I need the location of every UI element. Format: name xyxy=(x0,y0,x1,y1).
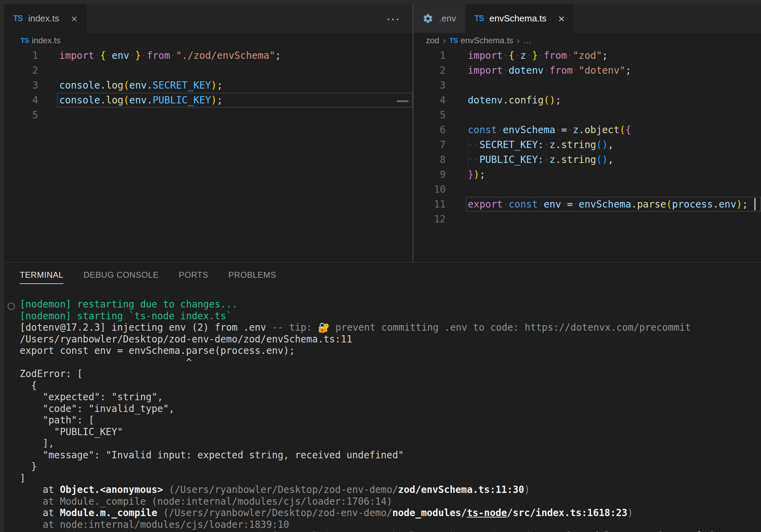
editor-actions-icon[interactable]: ··· xyxy=(386,4,400,33)
code-token: PUBLIC_KEY xyxy=(153,94,211,106)
terminal-text: at node:internal/modules/cjs/loader:1839… xyxy=(20,519,289,530)
code-text: ··PUBLIC_KEY:·z.string(), xyxy=(468,152,614,167)
code-line: 4dotenv.config(); xyxy=(413,93,761,108)
code-token: env xyxy=(129,94,147,106)
tab-envschema-ts[interactable]: TS envSchema.ts × xyxy=(465,4,574,33)
editor-groups: TS index.ts × ··· TS index.ts 1import·{·… xyxy=(4,4,761,262)
panel-tab-debug-console[interactable]: DEBUG CONSOLE xyxy=(83,270,159,284)
terminal-line: "PUBLIC_KEY" xyxy=(20,426,761,438)
code-line: 1import·{·z·}·from·"zod"; xyxy=(413,48,761,63)
line-number: 7 xyxy=(413,137,446,152)
tab-env[interactable]: .env xyxy=(413,4,465,33)
terminal-line: "path": [ xyxy=(20,414,761,426)
gear-icon xyxy=(422,13,433,24)
breadcrumb-item[interactable]: index.ts xyxy=(32,36,61,45)
vscode-window: TS index.ts × ··· TS index.ts 1import·{·… xyxy=(0,0,761,532)
code-token: SECRET_KEY xyxy=(480,139,538,150)
typescript-icon: TS xyxy=(474,14,484,23)
terminal-text: ts-node xyxy=(467,507,507,518)
code-line: 6const·envSchema·=·z.object({ xyxy=(413,122,761,137)
code-token: parse xyxy=(637,199,666,210)
terminal-text: at Object.require.extensions.<computed> … xyxy=(20,530,553,532)
line-number: 2 xyxy=(4,63,38,78)
tabbar-right: .env TS envSchema.ts × xyxy=(413,4,761,33)
code-token: } xyxy=(135,50,141,61)
terminal-text: } xyxy=(20,461,37,472)
code-token: = xyxy=(561,124,567,136)
code-token: string xyxy=(561,154,596,165)
indent-guide xyxy=(468,137,468,152)
terminal-text: ) xyxy=(627,507,633,518)
whitespace-dots: · xyxy=(573,65,579,76)
code-line: 1import·{·env·}·from·"./zod/envSchema"; xyxy=(4,48,413,63)
whitespace-dots: · xyxy=(555,124,561,136)
terminal-line: ZodError: [ xyxy=(20,368,761,380)
code-editor-index-ts[interactable]: 1import·{·env·}·from·"./zod/envSchema";2… xyxy=(4,48,413,122)
code-token: ) xyxy=(602,154,608,165)
code-token: ( xyxy=(544,94,549,106)
code-token: : xyxy=(538,154,544,165)
terminal-text: zod/envSchema.ts:11:30 xyxy=(398,484,524,495)
code-token: log xyxy=(106,80,124,91)
code-line: 2 xyxy=(4,63,413,78)
terminal-text: /Users/ryanbowler/Desktop/zod-env-demo/z… xyxy=(20,333,352,345)
whitespace-dots: · xyxy=(170,50,176,61)
code-line: 8··PUBLIC_KEY:·z.string(), xyxy=(413,152,761,167)
code-token: object xyxy=(584,124,619,136)
code-token: z xyxy=(573,124,579,136)
whitespace-dots: · xyxy=(503,65,509,76)
line-number: 11 xyxy=(413,197,446,212)
whitespace-dots: · xyxy=(141,50,147,61)
close-icon[interactable]: × xyxy=(71,13,78,24)
code-line: 10 xyxy=(413,182,761,197)
terminal-line: [dotenv@17.2.3] injecting env (2) from .… xyxy=(20,322,761,333)
code-editor-envschema-ts[interactable]: 1import·{·z·}·from·"zod";2import·dotenv·… xyxy=(413,48,761,227)
code-token: ; xyxy=(480,169,485,180)
code-text: console.log(env.SECRET_KEY); xyxy=(59,78,223,93)
terminal-output[interactable]: [nodemon] restarting due to changes...[n… xyxy=(20,299,761,532)
typescript-icon: TS xyxy=(449,36,458,45)
terminal-text: [nodemon] starting `ts-node index.ts` xyxy=(20,310,232,321)
terminal-command-decoration-icon[interactable] xyxy=(8,303,15,310)
terminal-line: at Module._compile (node:internal/module… xyxy=(20,496,761,507)
tab-index-ts[interactable]: TS index.ts × xyxy=(4,4,87,33)
breadcrumb-item[interactable]: zod xyxy=(426,36,439,45)
code-text: import·dotenv·from·"dotenv"; xyxy=(468,63,631,78)
panel-tab-problems[interactable]: PROBLEMS xyxy=(229,270,276,284)
code-token: import xyxy=(468,50,503,61)
code-token: dotenv xyxy=(468,94,503,106)
terminal-text: "path": [ xyxy=(20,414,94,425)
code-token: "dotenv" xyxy=(579,65,625,76)
code-token: console xyxy=(59,94,100,106)
breadcrumb-item[interactable]: envSchema.ts xyxy=(460,36,513,45)
code-token: . xyxy=(579,124,584,136)
terminal-text: ) xyxy=(524,484,530,495)
panel-tab-ports[interactable]: PORTS xyxy=(179,270,208,284)
code-token: ( xyxy=(596,154,602,165)
code-text: ··SECRET_KEY:·z.string(), xyxy=(468,137,614,152)
code-token: ; xyxy=(217,80,223,91)
code-token: . xyxy=(555,139,561,150)
line-number: 9 xyxy=(413,167,446,182)
terminal-line: [nodemon] restarting due to changes... xyxy=(20,299,761,310)
code-token: { xyxy=(625,124,631,136)
code-token: , xyxy=(608,139,614,150)
terminal-line: } xyxy=(20,461,761,473)
line-number: 3 xyxy=(413,78,446,93)
whitespace-dots: · xyxy=(514,50,520,61)
terminal-line: at Module.m._compile (/Users/ryanbowler/… xyxy=(20,507,761,519)
whitespace-dots: · xyxy=(497,124,503,136)
code-token: ( xyxy=(123,94,129,106)
typescript-icon: TS xyxy=(13,14,23,23)
terminal-line: ^ xyxy=(20,357,761,368)
breadcrumb-item[interactable]: … xyxy=(523,36,531,45)
code-token: envSchema xyxy=(579,199,631,210)
close-icon[interactable]: × xyxy=(558,13,565,24)
editor-group-left: TS index.ts × ··· TS index.ts 1import·{·… xyxy=(4,4,413,262)
code-token: { xyxy=(100,50,106,61)
code-token: process xyxy=(672,199,713,210)
terminal-line: "code": "invalid_type", xyxy=(20,403,761,415)
panel-tab-terminal[interactable]: TERMINAL xyxy=(20,270,63,284)
code-token: PUBLIC_KEY xyxy=(480,154,538,165)
code-token: env xyxy=(129,80,147,91)
